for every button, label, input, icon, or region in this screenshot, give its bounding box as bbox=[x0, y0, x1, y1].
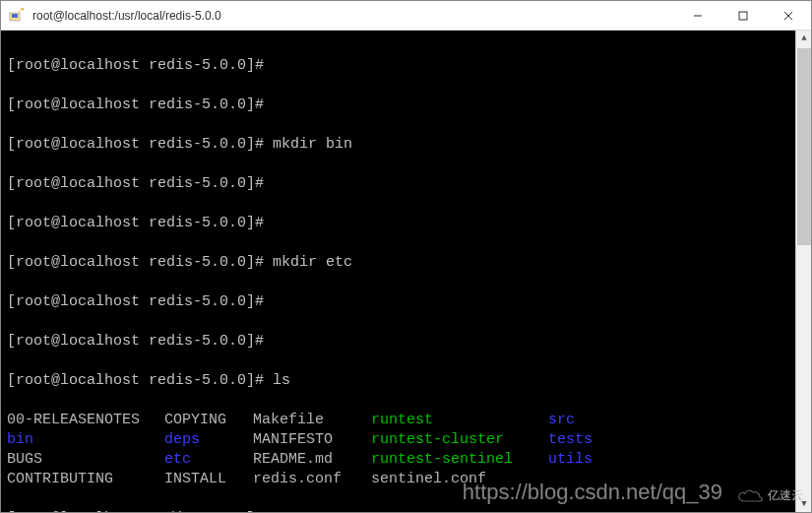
prompt: [root@localhost redis-5.0.0]# bbox=[7, 57, 264, 74]
terminal-area[interactable]: [root@localhost redis-5.0.0]# [root@loca… bbox=[1, 31, 811, 512]
scrollbar[interactable]: ▲ ▼ bbox=[795, 31, 811, 512]
prompt: [root@localhost redis-5.0.0]# bbox=[7, 254, 264, 271]
prompt: [root@localhost redis-5.0.0]# bbox=[7, 510, 264, 512]
ls-entry: runtest-cluster bbox=[371, 430, 548, 450]
ls-entry: CONTRIBUTING bbox=[7, 470, 164, 489]
prompt: [root@localhost redis-5.0.0]# bbox=[7, 333, 264, 350]
ls-entry: Makefile bbox=[253, 411, 371, 430]
minimize-button[interactable] bbox=[675, 1, 720, 30]
terminal-line: [root@localhost redis-5.0.0]# bbox=[7, 56, 805, 76]
terminal-line: [root@localhost redis-5.0.0]# bbox=[7, 509, 805, 512]
command: ls bbox=[264, 372, 290, 389]
ls-entry: COPYING bbox=[164, 411, 253, 430]
scroll-up-icon[interactable]: ▲ bbox=[796, 31, 811, 46]
cloud-text: 亿速云 bbox=[768, 486, 803, 506]
terminal-line: [root@localhost redis-5.0.0]# bbox=[7, 292, 805, 312]
window-controls bbox=[675, 1, 811, 30]
prompt: [root@localhost redis-5.0.0]# bbox=[7, 215, 264, 231]
terminal-line: [root@localhost redis-5.0.0]# bbox=[7, 174, 805, 194]
ls-entry: runtest bbox=[371, 411, 548, 430]
terminal-line: [root@localhost redis-5.0.0]# bbox=[7, 214, 805, 233]
ls-entry: redis.conf bbox=[253, 470, 371, 489]
ls-entry: deps bbox=[164, 430, 253, 450]
ls-entry: INSTALL bbox=[164, 470, 253, 489]
cloud-logo: 亿速云 bbox=[736, 486, 803, 506]
ls-entry: bin bbox=[7, 430, 164, 450]
maximize-button[interactable] bbox=[720, 1, 766, 30]
ls-entry: tests bbox=[548, 430, 617, 450]
ls-entry: utils bbox=[548, 450, 617, 470]
ls-entry: etc bbox=[164, 450, 253, 470]
ls-output: 00-RELEASENOTES bin BUGS CONTRIBUTING CO… bbox=[7, 411, 805, 489]
svg-point-2 bbox=[22, 8, 25, 11]
ls-entry: 00-RELEASENOTES bbox=[7, 411, 164, 430]
ls-entry: src bbox=[548, 411, 617, 430]
command: mkdir etc bbox=[264, 254, 352, 271]
ls-entry: runtest-sentinel bbox=[371, 450, 548, 470]
terminal-line: [root@localhost redis-5.0.0]# ls bbox=[7, 371, 805, 391]
terminal-line: [root@localhost redis-5.0.0]# mkdir etc bbox=[7, 253, 805, 273]
svg-rect-4 bbox=[739, 12, 747, 20]
ls-entry: MANIFESTO bbox=[253, 430, 371, 450]
ls-entry: README.md bbox=[253, 450, 371, 470]
close-button[interactable] bbox=[766, 1, 811, 30]
app-window: root@localhost:/usr/local/redis-5.0.0 [r… bbox=[0, 0, 812, 513]
prompt: [root@localhost redis-5.0.0]# bbox=[7, 293, 264, 310]
prompt: [root@localhost redis-5.0.0]# bbox=[7, 175, 264, 192]
terminal-line: [root@localhost redis-5.0.0]# bbox=[7, 332, 805, 352]
prompt: [root@localhost redis-5.0.0]# bbox=[7, 96, 264, 113]
scroll-thumb[interactable] bbox=[797, 48, 811, 245]
putty-icon bbox=[9, 8, 25, 24]
command: mkdir bin bbox=[264, 136, 352, 153]
ls-entry: BUGS bbox=[7, 450, 164, 470]
window-title: root@localhost:/usr/local/redis-5.0.0 bbox=[32, 9, 675, 23]
terminal-line: [root@localhost redis-5.0.0]# bbox=[7, 96, 805, 115]
titlebar[interactable]: root@localhost:/usr/local/redis-5.0.0 bbox=[1, 1, 811, 31]
prompt: [root@localhost redis-5.0.0]# bbox=[7, 136, 264, 153]
watermark-text: https://blog.csdn.net/qq_39 bbox=[463, 482, 722, 502]
prompt: [root@localhost redis-5.0.0]# bbox=[7, 372, 264, 389]
terminal-line: [root@localhost redis-5.0.0]# mkdir bin bbox=[7, 135, 805, 155]
svg-rect-1 bbox=[12, 14, 18, 18]
